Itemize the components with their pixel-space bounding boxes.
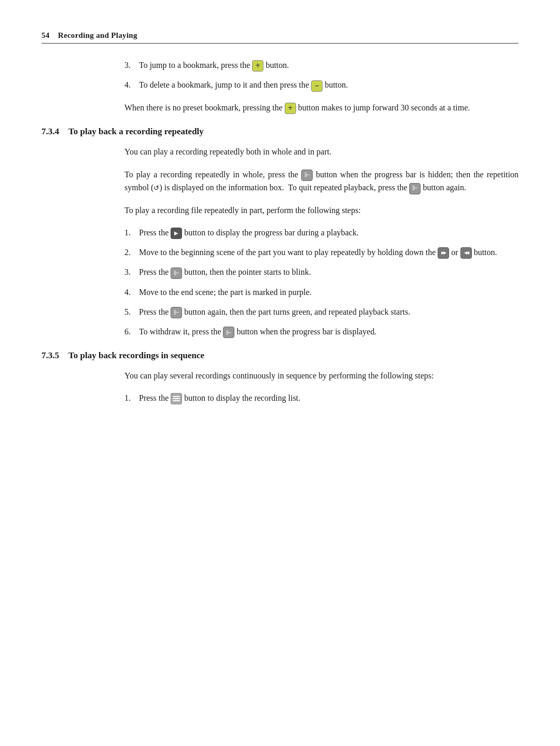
repeat-icon: [301, 170, 313, 181]
section-734-para1: You can play a recording repeatedly both…: [41, 145, 519, 159]
fast-forward-icon: [438, 247, 449, 259]
repeat-icon-2: [409, 183, 421, 194]
repeat-icon-4: [171, 307, 182, 318]
section-734-number: 7.3.4: [41, 126, 59, 136]
section-735-number: 7.3.5: [41, 350, 59, 360]
repeat-icon-5: [223, 327, 234, 338]
list-item-num: 4.: [124, 79, 139, 91]
rewind-icon: [460, 247, 472, 259]
list-item-num: 3.: [124, 59, 139, 72]
bookmark-add-icon: [252, 60, 263, 72]
section-735-heading: 7.3.5To play back recordings in sequence: [41, 350, 519, 361]
header-text: 54 Recording and Playing: [41, 31, 137, 40]
list-item: 5. Press the button again, then the part…: [41, 306, 519, 318]
page-number: 54: [41, 31, 50, 39]
section-735-para1: You can play several recordings continuo…: [41, 369, 519, 383]
section-734-heading: 7.3.4To play back a recording repeatedly: [41, 126, 519, 137]
list-item: 4. Move to the end scene; the part is ma…: [41, 286, 519, 299]
preset-bookmark-paragraph: When there is no preset bookmark, pressi…: [41, 101, 519, 115]
header-title: Recording and Playing: [58, 31, 137, 39]
content: 3. To jump to a bookmark, press the butt…: [41, 59, 519, 404]
play-icon: [171, 228, 182, 239]
list-item-text: Press the button to display the recordin…: [139, 392, 519, 404]
list-item: 1. Press the button to display the progr…: [41, 227, 519, 239]
section-734-para2: To play a recording repeatedly in whole,…: [41, 168, 519, 194]
list-item: 4. To delete a bookmark, jump to it and …: [41, 79, 519, 91]
list-item: 3. Press the button, then the pointer st…: [41, 266, 519, 278]
repeat-icon-3: [171, 268, 182, 279]
list-item-text: To jump to a bookmark, press the button.: [139, 59, 519, 72]
list-icon-line: [173, 396, 180, 397]
list-item-num: 1.: [124, 392, 139, 404]
repeat-symbol: ↺: [153, 184, 159, 192]
list-item-num: 6.: [124, 326, 139, 338]
list-icon-line: [173, 398, 180, 399]
section-734-steps: 1. Press the button to display the progr…: [41, 227, 519, 339]
list-item: 3. To jump to a bookmark, press the butt…: [41, 59, 519, 72]
list-item-num: 1.: [124, 227, 139, 239]
section-734-title: To play back a recording repeatedly: [68, 126, 204, 136]
list-item-text: Press the button to display the progress…: [139, 227, 519, 239]
section-735-steps: 1. Press the button to display the recor…: [41, 392, 519, 404]
page-header: 54 Recording and Playing: [41, 31, 519, 44]
list-item: 6. To withdraw it, press the button when…: [41, 326, 519, 338]
list-item: 1. Press the button to display the recor…: [41, 392, 519, 404]
list-item-text: Press the button, then the pointer start…: [139, 266, 519, 278]
list-item-text: To delete a bookmark, jump to it and the…: [139, 79, 519, 91]
bookmark-del-icon: [311, 80, 323, 92]
list-item: 2. Move to the beginning scene of the pa…: [41, 246, 519, 259]
list-item-num: 4.: [124, 286, 139, 299]
list-icon: [171, 393, 182, 404]
list-item-text: To withdraw it, press the button when th…: [139, 326, 519, 338]
list-item-num: 3.: [124, 266, 139, 278]
list-icon-line: [173, 400, 180, 401]
intro-list: 3. To jump to a bookmark, press the butt…: [41, 59, 519, 92]
list-item-num: 5.: [124, 306, 139, 318]
list-item-text: Move to the beginning scene of the part …: [139, 246, 519, 259]
bookmark-icon-inline: [285, 103, 296, 114]
list-item-text: Press the button again, then the part tu…: [139, 306, 519, 318]
list-item-text: Move to the end scene; the part is marke…: [139, 286, 519, 299]
list-item-num: 2.: [124, 246, 139, 259]
section-734-para3: To play a recording file repeatedly in p…: [41, 204, 519, 217]
page: 54 Recording and Playing 3. To jump to a…: [0, 0, 560, 746]
section-735-title: To play back recordings in sequence: [68, 350, 204, 360]
